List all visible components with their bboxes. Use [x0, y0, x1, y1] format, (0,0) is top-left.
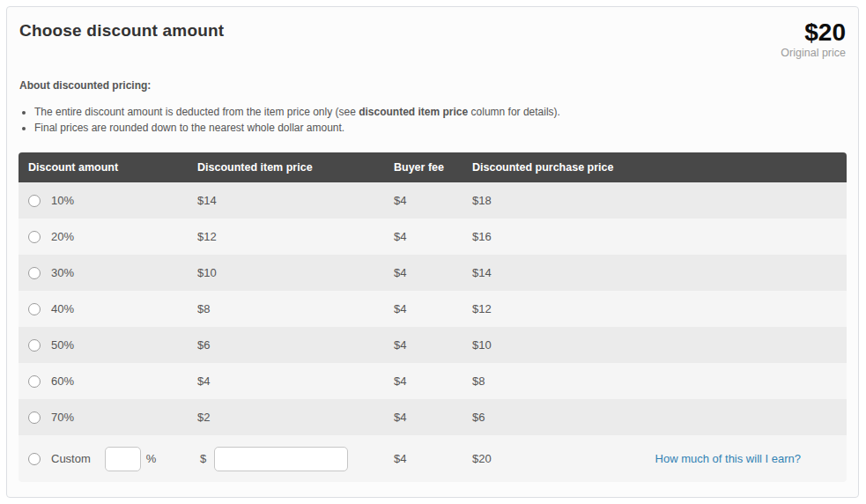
table-row: 10% $14 $4 $18 — [19, 182, 847, 219]
discount-custom-radio[interactable] — [28, 453, 41, 465]
original-price-label: Original price — [781, 47, 846, 59]
discount-label: 30% — [51, 266, 74, 279]
custom-percent-input[interactable] — [105, 447, 141, 471]
discount-50-radio[interactable] — [28, 339, 41, 352]
item-price-value: $12 — [197, 230, 394, 243]
item-price-value: $4 — [197, 374, 394, 388]
discount-20-radio[interactable] — [28, 231, 41, 243]
about-bullet-1: The entire discount amount is deducted f… — [34, 104, 846, 120]
buyer-fee-value: $4 — [394, 452, 472, 465]
item-price-value: $14 — [197, 194, 394, 207]
purchase-price-value: $10 — [472, 338, 847, 352]
about-heading: About discounted pricing: — [19, 79, 846, 92]
original-price-block: $20 Original price — [781, 19, 846, 59]
about-list: The entire discount amount is deducted f… — [19, 104, 846, 136]
purchase-price-value: $16 — [472, 230, 847, 243]
item-price-value: $6 — [197, 338, 394, 352]
discount-panel: Choose discount amount $20 Original pric… — [6, 6, 859, 498]
custom-label: Custom — [51, 452, 91, 465]
purchase-price-value: $14 — [472, 266, 847, 279]
buyer-fee-value: $4 — [394, 302, 472, 315]
discount-label: 40% — [51, 302, 74, 315]
custom-price-input[interactable] — [214, 447, 348, 471]
table-row: 50% $6 $4 $10 — [19, 327, 847, 363]
original-price-value: $20 — [781, 19, 846, 46]
table-row: 20% $12 $4 $16 — [19, 219, 847, 255]
buyer-fee-value: $4 — [394, 338, 472, 352]
about-bullet-1-text: The entire discount amount is deducted f… — [34, 106, 359, 118]
discount-label: 60% — [51, 374, 74, 388]
discount-60-radio[interactable] — [28, 375, 41, 388]
discount-10-radio[interactable] — [28, 195, 41, 207]
earnings-link[interactable]: How much of this will I earn? — [655, 452, 801, 465]
col-header-discount-amount: Discount amount — [19, 161, 197, 174]
panel-header: Choose discount amount $20 Original pric… — [19, 19, 847, 59]
about-bullet-2-text: Final prices are rounded down to the nea… — [34, 122, 344, 134]
col-header-discounted-purchase-price: Discounted purchase price — [472, 161, 847, 174]
discount-40-radio[interactable] — [28, 303, 41, 315]
discount-label: 70% — [51, 411, 74, 424]
item-price-value: $8 — [197, 302, 394, 315]
table-row: 70% $2 $4 $6 — [19, 399, 847, 435]
discount-30-radio[interactable] — [28, 267, 41, 279]
purchase-price-value: $6 — [472, 411, 847, 424]
discount-label: 20% — [51, 230, 74, 243]
about-bullet-1-tail: column for details). — [468, 106, 560, 118]
about-bullet-2: Final prices are rounded down to the nea… — [34, 120, 846, 136]
discount-label: 50% — [51, 338, 74, 352]
about-bullet-1-bold: discounted item price — [359, 106, 468, 118]
purchase-price-value: $18 — [472, 194, 847, 207]
table-row: 60% $4 $4 $8 — [19, 363, 847, 399]
buyer-fee-value: $4 — [394, 194, 472, 207]
col-header-discounted-item-price: Discounted item price — [197, 161, 394, 174]
purchase-price-value: $8 — [472, 374, 847, 388]
discount-table: Discount amount Discounted item price Bu… — [19, 152, 847, 482]
about-section: About discounted pricing: The entire dis… — [19, 79, 847, 136]
custom-discount-row: Custom % $ $4 $20 How much of this will … — [19, 435, 847, 482]
page-title: Choose discount amount — [19, 19, 224, 41]
buyer-fee-value: $4 — [394, 411, 472, 424]
buyer-fee-value: $4 — [394, 266, 472, 279]
table-row: 30% $10 $4 $14 — [19, 255, 847, 291]
col-header-buyer-fee: Buyer fee — [394, 161, 472, 174]
table-header-row: Discount amount Discounted item price Bu… — [19, 152, 847, 182]
discount-70-radio[interactable] — [28, 411, 41, 424]
table-row: 40% $8 $4 $12 — [19, 291, 847, 327]
purchase-price-value: $20 — [472, 452, 492, 465]
item-price-value: $2 — [197, 411, 394, 424]
item-price-value: $10 — [197, 266, 394, 279]
buyer-fee-value: $4 — [394, 374, 472, 388]
purchase-price-value: $12 — [472, 302, 847, 315]
buyer-fee-value: $4 — [394, 230, 472, 243]
percent-suffix: % — [146, 452, 157, 465]
dollar-prefix: $ — [197, 452, 206, 465]
discount-label: 10% — [51, 194, 74, 207]
